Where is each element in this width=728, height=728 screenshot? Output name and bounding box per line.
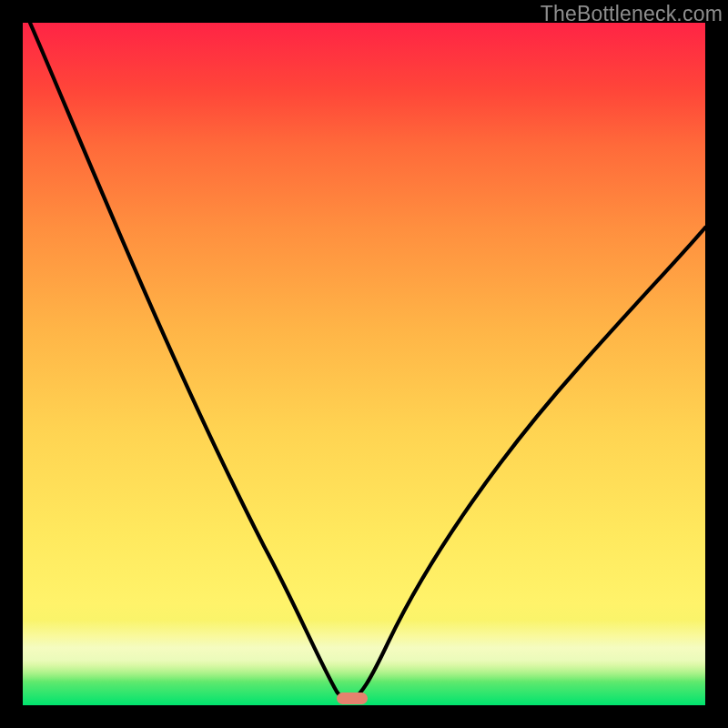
curve-path <box>30 23 705 701</box>
watermark-text: TheBottleneck.com <box>541 2 723 26</box>
plot-area <box>23 23 705 705</box>
optimum-marker <box>337 693 368 704</box>
bottleneck-curve <box>23 23 705 705</box>
chart-frame: TheBottleneck.com <box>0 0 728 728</box>
